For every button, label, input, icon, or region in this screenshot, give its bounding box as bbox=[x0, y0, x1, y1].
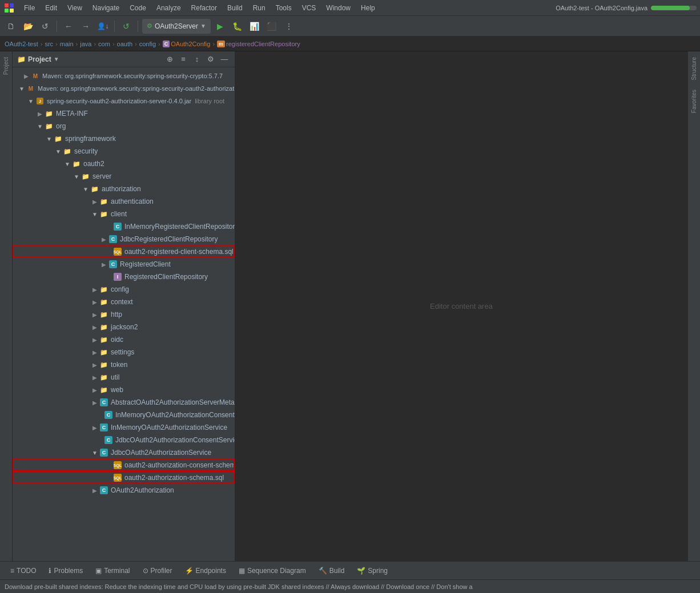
tree-item-util[interactable]: ▶ 📁 util bbox=[13, 371, 235, 384]
tab-problems[interactable]: ℹ Problems bbox=[43, 563, 88, 578]
tree-item-consent-schema[interactable]: SQL oauth2-authorization-consent-schema.… bbox=[13, 459, 235, 471]
structure-label[interactable]: Structure bbox=[690, 54, 698, 84]
gutter-project-label[interactable]: Project bbox=[2, 54, 10, 78]
bottom-tabs: ≡ TODO ℹ Problems ▣ Terminal ⊙ Profiler … bbox=[0, 561, 700, 579]
breadcrumb-oauth[interactable]: oauth bbox=[117, 41, 133, 47]
tab-profiler[interactable]: ⊙ Profiler bbox=[137, 563, 178, 578]
settings-button[interactable]: ⚙ bbox=[205, 54, 216, 65]
more-actions-button[interactable]: ⋮ bbox=[281, 19, 296, 34]
menu-vcs[interactable]: VCS bbox=[297, 3, 321, 13]
tree-item-auth-schema[interactable]: SQL oauth2-authorization-schema.sql bbox=[13, 471, 235, 484]
tree-item-authentication[interactable]: ▶ 📁 authentication bbox=[13, 195, 235, 208]
tab-terminal[interactable]: ▣ Terminal bbox=[90, 563, 135, 578]
tree-label: JdbcOAuth2AuthorizationService bbox=[111, 449, 211, 457]
breadcrumb-project[interactable]: OAuth2-test bbox=[5, 41, 38, 47]
tree-label: context bbox=[111, 298, 133, 306]
tree-item-inmemory-client[interactable]: C InMemoryRegisteredClientRepository bbox=[13, 220, 235, 233]
tree-item-abstract-oauth2[interactable]: ▶ C AbstractOAuth2AuthorizationServerMet… bbox=[13, 396, 235, 409]
tree-arrow: ▼ bbox=[17, 84, 26, 93]
new-file-button[interactable]: 🗋 bbox=[3, 19, 18, 34]
tree-item-settings[interactable]: ▶ 📁 settings bbox=[13, 346, 235, 358]
tree-item-http[interactable]: ▶ 📁 http bbox=[13, 308, 235, 321]
tree-item-jdbc-auth[interactable]: ▼ C JdbcOAuth2AuthorizationService bbox=[13, 446, 235, 459]
tree-item-client[interactable]: ▼ 📁 client bbox=[13, 208, 235, 220]
tab-sequence-diagram[interactable]: ▦ Sequence Diagram bbox=[233, 563, 312, 578]
run-button[interactable]: ▶ bbox=[213, 19, 228, 34]
tree-item-registered-client-schema[interactable]: SQL oauth2-registered-client-schema.sql bbox=[13, 245, 235, 258]
menu-edit[interactable]: Edit bbox=[41, 3, 62, 13]
tree-arrow: ▼ bbox=[81, 184, 90, 193]
tree-item-server[interactable]: ▼ 📁 server bbox=[13, 170, 235, 183]
tab-endpoints[interactable]: ⚡ Endpoints bbox=[179, 563, 232, 578]
tree-item-springframework[interactable]: ▼ 📁 springframework bbox=[13, 132, 235, 145]
tree-item-jdbc-client-repo[interactable]: ▶ C JdbcRegisteredClientRepository bbox=[13, 233, 235, 245]
forward-button[interactable]: → bbox=[78, 19, 93, 34]
tree-item-context[interactable]: ▶ 📁 context bbox=[13, 296, 235, 308]
run-config-selector[interactable]: ⚙ OAuth2Server ▼ bbox=[142, 19, 211, 34]
collapse-all-button[interactable]: ≡ bbox=[178, 54, 189, 65]
menu-file[interactable]: File bbox=[19, 3, 39, 13]
menu-navigate[interactable]: Navigate bbox=[88, 3, 124, 13]
expand-button[interactable]: ↕ bbox=[191, 54, 203, 65]
tree-item-inmemory-auth[interactable]: ▶ C InMemoryOAuth2AuthorizationService bbox=[13, 421, 235, 434]
tree-item-web[interactable]: ▶ 📁 web bbox=[13, 384, 235, 396]
breadcrumb-com[interactable]: com bbox=[98, 41, 110, 47]
tree-item-config[interactable]: ▶ 📁 config bbox=[13, 283, 235, 296]
tree-item-org[interactable]: ▼ 📁 org bbox=[13, 120, 235, 132]
recent-files-button[interactable]: 👤↓ bbox=[95, 19, 110, 34]
tree-item-jar[interactable]: ▼ J spring-security-oauth2-authorization… bbox=[13, 95, 235, 107]
breadcrumb-method[interactable]: registeredClientRepository bbox=[226, 41, 300, 47]
panel-dropdown-icon[interactable]: ▼ bbox=[54, 56, 59, 62]
breadcrumb-main[interactable]: main bbox=[60, 41, 74, 47]
menu-build[interactable]: Build bbox=[223, 3, 247, 13]
tab-todo[interactable]: ≡ TODO bbox=[5, 563, 42, 578]
tree-item-security[interactable]: ▼ 📁 security bbox=[13, 145, 235, 158]
menu-help[interactable]: Help bbox=[356, 3, 380, 13]
tree-item-inmemory-consent[interactable]: C InMemoryOAuth2AuthorizationConsentServ… bbox=[13, 409, 235, 421]
favorites-label[interactable]: Favorites bbox=[690, 86, 698, 116]
tree-item-maven1[interactable]: ▶ M Maven: org.springframework.security:… bbox=[13, 70, 235, 82]
tree-label: Maven: org.springframework.security:spri… bbox=[42, 72, 223, 79]
coverage-button[interactable]: 📊 bbox=[247, 19, 262, 34]
menu-tools[interactable]: Tools bbox=[271, 3, 296, 13]
back-button[interactable]: ← bbox=[61, 19, 76, 34]
breadcrumb-config[interactable]: config bbox=[139, 41, 156, 47]
class-icon: C bbox=[108, 260, 118, 269]
tree-item-oidc[interactable]: ▶ 📁 oidc bbox=[13, 333, 235, 346]
sync-button[interactable]: ↺ bbox=[38, 19, 53, 34]
tab-build[interactable]: 🔨 Build bbox=[313, 563, 351, 578]
debug-button[interactable]: 🐛 bbox=[230, 19, 245, 34]
menu-refactor[interactable]: Refactor bbox=[187, 3, 222, 13]
tree-arrow: ▶ bbox=[90, 197, 99, 206]
open-button[interactable]: 📂 bbox=[21, 19, 35, 34]
minimize-panel-button[interactable]: — bbox=[219, 54, 230, 65]
tree-item-maven2[interactable]: ▼ M Maven: org.springframework.security:… bbox=[13, 82, 235, 95]
tree-item-token[interactable]: ▶ 📁 token bbox=[13, 358, 235, 371]
locate-button[interactable]: ⊕ bbox=[164, 54, 175, 65]
tree-item-oauth2[interactable]: ▼ 📁 oauth2 bbox=[13, 158, 235, 170]
undo-button[interactable]: ↺ bbox=[119, 19, 134, 34]
tree-arrow: ▶ bbox=[90, 360, 99, 369]
tab-build-label: Build bbox=[329, 567, 345, 575]
endpoints-icon: ⚡ bbox=[185, 567, 194, 575]
tree-item-oauth2-auth[interactable]: ▶ C OAuth2Authorization bbox=[13, 484, 235, 497]
tree-item-jackson2[interactable]: ▶ 📁 jackson2 bbox=[13, 321, 235, 333]
tree-item-authorization[interactable]: ▼ 📁 authorization bbox=[13, 183, 235, 195]
breadcrumb-class[interactable]: OAuth2Config bbox=[171, 41, 210, 47]
tree-arrow: ▼ bbox=[72, 172, 81, 181]
tab-spring[interactable]: 🌱 Spring bbox=[351, 563, 393, 578]
build-icon: 🔨 bbox=[319, 567, 327, 575]
menu-run[interactable]: Run bbox=[248, 3, 270, 13]
breadcrumb-src[interactable]: src bbox=[45, 41, 53, 47]
tree-item-jdbc-consent[interactable]: C JdbcOAuth2AuthorizationConsentService bbox=[13, 434, 235, 446]
tree-label: Maven: org.springframework.security:spri… bbox=[38, 85, 235, 92]
tree-item-meta-inf[interactable]: ▶ 📁 META-INF bbox=[13, 107, 235, 120]
tree-item-registered-client-repo[interactable]: I RegisteredClientRepository bbox=[13, 271, 235, 283]
stop-button[interactable]: ⬛ bbox=[264, 19, 279, 34]
tree-item-registered-client[interactable]: ▶ C RegisteredClient bbox=[13, 258, 235, 271]
menu-analyze[interactable]: Analyze bbox=[152, 3, 186, 13]
menu-code[interactable]: Code bbox=[125, 3, 151, 13]
breadcrumb-java[interactable]: java bbox=[80, 41, 91, 47]
menu-view[interactable]: View bbox=[63, 3, 87, 13]
menu-window[interactable]: Window bbox=[321, 3, 355, 13]
